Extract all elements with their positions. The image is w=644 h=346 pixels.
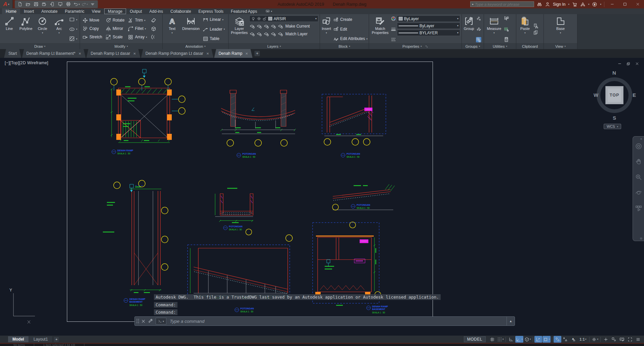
insert-button[interactable]: Insert▾ <box>321 15 331 43</box>
undo-button[interactable]: ▾ <box>73 1 80 8</box>
help-dropdown-icon[interactable]: ▾ <box>600 3 601 5</box>
layer-off-icon[interactable] <box>249 31 255 37</box>
group-selection-icon[interactable] <box>476 37 481 42</box>
linetype-icon[interactable] <box>391 37 396 42</box>
file-tab[interactable]: Denah Ramp Lt dasar✕ <box>86 49 140 58</box>
edit-attributes-button[interactable]: Edit Attributes▾ <box>332 35 369 42</box>
showmotion-icon[interactable] <box>635 204 642 212</box>
layer-properties-button[interactable]: Layer Properties <box>230 15 249 43</box>
mobile-button[interactable] <box>48 1 56 8</box>
array-button[interactable]: Array▾ <box>127 33 148 41</box>
panel-label-clipboard[interactable]: Clipboard <box>516 43 544 49</box>
ribbon-tab-add-ins[interactable]: Add-ins <box>146 8 167 14</box>
ribbon-tab-annotate[interactable]: Annotate <box>38 8 61 14</box>
explode-button[interactable] <box>150 25 158 32</box>
print-button[interactable] <box>65 1 72 8</box>
group-button[interactable]: Group <box>462 15 475 43</box>
panel-label-groups[interactable]: Groups▾ <box>462 43 484 49</box>
dimension-button[interactable]: Dimension <box>181 15 201 43</box>
panel-label-properties[interactable]: Properties▾ <box>369 43 461 49</box>
search-input[interactable] <box>475 2 532 6</box>
make-current-icon[interactable] <box>278 23 283 29</box>
lineweight-icon[interactable] <box>391 26 396 32</box>
zoom-icon[interactable] <box>635 174 642 181</box>
circle-button[interactable]: Circle▾ <box>35 15 50 43</box>
ribbon-tab-view[interactable]: View <box>88 8 104 14</box>
ungroup-icon[interactable] <box>476 16 481 21</box>
file-tab[interactable]: Start <box>4 49 21 58</box>
select-all-icon[interactable] <box>504 26 509 32</box>
ribbon-tab-insert[interactable]: Insert <box>20 8 38 14</box>
table-button[interactable]: Table <box>202 35 226 42</box>
status-annovis[interactable] <box>554 336 561 343</box>
layout-tab-layout1[interactable]: Layout1 <box>29 336 52 342</box>
viewcube[interactable]: N W E S TOP WCS▾ <box>592 70 637 132</box>
doc-close-button[interactable] <box>635 61 641 66</box>
layer-select[interactable]: ARSIR ▾ <box>249 15 318 22</box>
paste-button[interactable]: Paste▾ <box>518 15 532 43</box>
doc-minimize-button[interactable] <box>618 61 623 66</box>
linetype-select[interactable]: BYLAYER▾ <box>397 30 460 36</box>
command-history-scroll-button[interactable]: ▲ <box>507 317 515 325</box>
text-button[interactable]: Text▾ <box>164 15 180 43</box>
scale-button[interactable]: Scale <box>105 33 125 41</box>
new-tab-button[interactable]: + <box>254 51 260 56</box>
line-button[interactable]: Line <box>1 15 17 43</box>
orbit-icon[interactable] <box>635 189 642 196</box>
account-dropdown-icon[interactable]: ▾ <box>588 3 590 5</box>
measure-button[interactable]: Measure▾ <box>485 15 503 43</box>
autodesk-account-icon[interactable] <box>580 2 586 7</box>
sign-in-dropdown-icon[interactable]: ▾ <box>568 3 569 5</box>
maximize-button[interactable] <box>620 0 630 8</box>
match-layer-button[interactable]: Match Layer <box>285 32 308 36</box>
command-customize-icon[interactable] <box>147 318 153 324</box>
ribbon-tab-express-tools[interactable]: Express Tools <box>195 8 227 14</box>
drawing-canvas[interactable]: [−][Top][2D Wireframe] Y N W E S TOP WCS… <box>0 58 644 336</box>
panel-label-utilities[interactable]: Utilities▾ <box>484 43 516 49</box>
panel-label-layers[interactable]: Layers▾ <box>229 43 320 49</box>
close-tab-icon[interactable]: ✕ <box>78 52 81 55</box>
status-annotation-scale-value[interactable]: 1:1▾ <box>578 336 588 343</box>
status-isodraft[interactable]: ▾ <box>524 336 532 343</box>
layout-tab-model[interactable]: Model <box>8 336 29 342</box>
mirror-button[interactable]: Mirror <box>105 25 125 32</box>
status-burger[interactable] <box>634 336 642 343</box>
status-gear[interactable]: ▾ <box>591 336 599 343</box>
layer-lock-icon[interactable] <box>271 23 276 29</box>
status-grid[interactable] <box>488 336 496 343</box>
model-space-button[interactable]: MODEL <box>464 336 486 342</box>
create-block-button[interactable]: Create <box>332 16 369 23</box>
layer-unisolate-icon[interactable] <box>256 23 262 29</box>
help-search-box[interactable]: ▸ <box>470 1 534 7</box>
status-perf[interactable] <box>618 336 626 343</box>
command-close-icon[interactable] <box>141 319 146 323</box>
ribbon-tab-manage[interactable]: Manage <box>104 8 126 14</box>
panel-launcher-icon[interactable] <box>425 45 428 48</box>
status-snapgrid[interactable]: ▾ <box>496 336 505 343</box>
base-button[interactable]: Base▾ <box>553 15 569 43</box>
command-line-bar[interactable]: ▾ Type a command ▲ <box>134 316 515 326</box>
leader-button[interactable]: Leader▾ <box>202 26 226 33</box>
stretch-button[interactable]: Stretch <box>81 33 103 41</box>
close-button[interactable] <box>633 0 643 8</box>
qatmenu-button[interactable] <box>89 1 96 8</box>
wcs-menu-button[interactable]: WCS▾ <box>604 124 621 129</box>
linear-button[interactable]: Linear▾ <box>202 16 226 23</box>
make-current-button[interactable]: Make Current <box>285 24 310 29</box>
object-color-select[interactable]: ByLayer▾ <box>397 15 460 22</box>
hatch-button[interactable]: ▾ <box>68 35 79 42</box>
navigation-bar[interactable]: ✕ ⊖ <box>633 136 644 241</box>
panel-label-modify[interactable]: Modify▾ <box>80 43 162 49</box>
layer-isolate-icon[interactable] <box>249 23 255 29</box>
copy-clip-icon[interactable] <box>533 30 538 35</box>
app-store-cart-icon[interactable] <box>572 2 577 7</box>
rotate-button[interactable]: Rotate <box>105 16 125 24</box>
ribbon-tab-output[interactable]: Output <box>126 8 146 14</box>
layer-walk-icon[interactable] <box>256 31 262 37</box>
viewcube-south[interactable]: S <box>613 115 616 121</box>
doc-restore-button[interactable] <box>627 61 632 66</box>
offset-button[interactable] <box>150 33 158 41</box>
command-input[interactable]: Type a command <box>170 319 204 324</box>
status-osnap[interactable]: ▾ <box>542 336 551 343</box>
match-properties-button[interactable]: Match Properties <box>370 15 390 43</box>
